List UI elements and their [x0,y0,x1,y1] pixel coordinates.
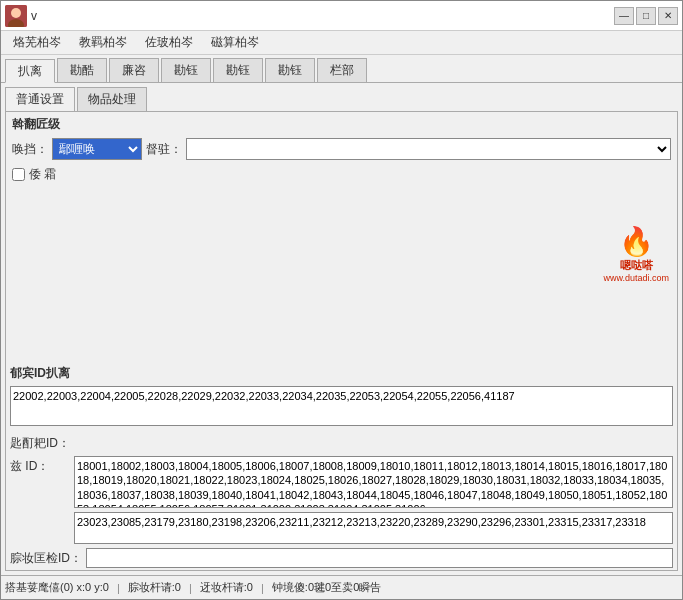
checkbox-label: 倭 霜 [29,166,56,183]
logo-text: 嗯哒嗒 [603,258,669,273]
title-controls: — □ ✕ [614,7,678,25]
tab-5[interactable]: 勘钰 [265,58,315,82]
lower-area: 🔥 嗯哒嗒 www.dutadi.com 郁宾ID扒离 [6,363,677,570]
status-item-3: 迓妆杆请:0 [200,580,253,595]
main-checkbox[interactable] [12,168,25,181]
id-textarea-2[interactable] [74,456,673,508]
sub-tab-0[interactable]: 普通设置 [5,87,75,111]
row1-label: 唤挡： [12,141,48,158]
title-text: v [31,9,37,23]
row1-select2[interactable] [186,138,671,160]
inner-content: 斡翻匠级 唤挡： 鄢喱唤 督驻： 倭 霜 [6,112,677,570]
menu-item-0[interactable]: 烙芜柏岑 [5,32,69,53]
row1-select[interactable]: 鄢喱唤 [52,138,142,160]
logo-area: 🔥 嗯哒嗒 www.dutadi.com [603,225,669,283]
id-textarea-1-wrapper [10,386,673,429]
tab-3[interactable]: 勘钰 [161,58,211,82]
content-area: 普通设置 物品处理 斡翻匠级 唤挡： 鄢喱唤 督驻： [1,83,682,575]
id-textarea-3[interactable] [74,512,673,544]
menu-item-1[interactable]: 教羁柏岑 [71,32,135,53]
tab-1[interactable]: 勘酷 [57,58,107,82]
tab-4[interactable]: 勘钰 [213,58,263,82]
main-window: v — □ ✕ 烙芜柏岑 教羁柏岑 佐玻柏岑 磁算柏岑 扒离 勘酷 廉咨 勘钰 … [0,0,683,600]
title-bar: v — □ ✕ [1,1,682,31]
bottom-section-label: 郁宾ID扒离 [6,363,677,384]
status-item-2: 腙妆杆请:0 [128,580,181,595]
menu-item-2[interactable]: 佐玻柏岑 [137,32,201,53]
close-button[interactable]: ✕ [658,7,678,25]
maximize-button[interactable]: □ [636,7,656,25]
menu-bar: 烙芜柏岑 教羁柏岑 佐玻柏岑 磁算柏岑 [1,31,682,55]
form-row-1: 唤挡： 鄢喱唤 督驻： [6,135,677,163]
id-label-2: 匙酊耙ID： [10,433,70,452]
id-label-3: 兹 ID： [10,456,70,475]
tab-bar: 扒离 勘酷 廉咨 勘钰 勘钰 勘钰 栏部 [1,55,682,83]
sub-tab-1[interactable]: 物品处理 [77,87,147,111]
section-title: 斡翻匠级 [6,112,677,135]
id-row-2: 兹 ID： [6,454,677,510]
avatar [5,5,27,27]
title-left: v [5,5,37,27]
id-row-3 [6,510,677,546]
upper-area [6,186,677,363]
id-row-1 [6,384,677,431]
id-row-2-label: 匙酊耙ID： [6,431,677,454]
id-label-4: 腙妆匡检ID： [10,548,82,567]
main-panel: 斡翻匠级 唤挡： 鄢喱唤 督驻： 倭 霜 [5,111,678,571]
checkbox-row: 倭 霜 [6,163,677,186]
menu-item-3[interactable]: 磁算柏岑 [203,32,267,53]
flame-icon: 🔥 [603,225,669,258]
status-bar: 搭基荽麾僖(0) x:0 y:0 | 腙妆杆请:0 | 迓妆杆请:0 | 钟境傻… [1,575,682,599]
sub-tab-bar: 普通设置 物品处理 [1,83,682,111]
status-item-4: 钟境傻:0毽0至卖0瞬告 [272,580,381,595]
id-textarea-1[interactable] [10,386,673,426]
row1-select2-label: 督驻： [146,141,182,158]
minimize-button[interactable]: — [614,7,634,25]
tab-0[interactable]: 扒离 [5,59,55,83]
tab-6[interactable]: 栏部 [317,58,367,82]
logo-url: www.dutadi.com [603,273,669,283]
id-row-4: 腙妆匡检ID： [6,546,677,570]
tab-2[interactable]: 廉咨 [109,58,159,82]
svg-point-1 [11,8,21,18]
id-textarea-4[interactable] [86,548,673,568]
status-item-1: 搭基荽麾僖(0) x:0 y:0 [5,580,109,595]
